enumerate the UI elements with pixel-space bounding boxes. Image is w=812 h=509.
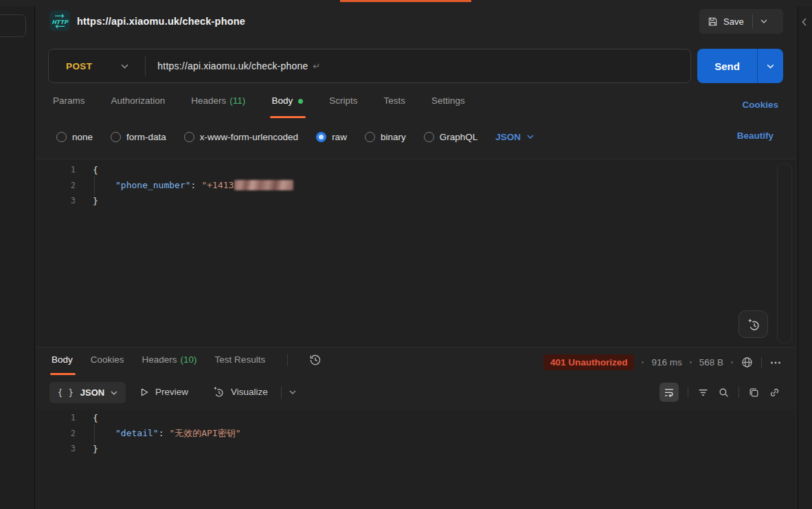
tab-settings[interactable]: Settings	[431, 94, 465, 118]
search-button[interactable]	[718, 387, 730, 398]
radio-checked-icon	[316, 132, 326, 142]
toolbar-divider	[281, 387, 282, 399]
line-number: 1	[36, 413, 76, 422]
raw-format-dropdown[interactable]: JSON	[495, 132, 534, 142]
http-request-icon: HTTP	[49, 10, 70, 31]
globe-icon	[741, 356, 754, 369]
save-button-group: Save	[699, 9, 783, 34]
response-body-editor[interactable]: 1 { 2 "detail":"无效的API密钥" 3 }	[36, 409, 796, 509]
sidebar-collapsed-tab[interactable]	[0, 14, 26, 37]
filter-icon	[697, 387, 709, 398]
search-icon	[718, 387, 730, 398]
tab-authorization[interactable]: Authorization	[111, 94, 166, 118]
cookies-link[interactable]: Cookies	[742, 100, 778, 110]
history-icon	[308, 353, 322, 367]
chevron-down-icon	[111, 391, 117, 395]
chevron-down-icon	[527, 135, 534, 139]
beautify-link[interactable]: Beautify	[737, 131, 774, 141]
response-tab-body[interactable]: Body	[52, 353, 73, 375]
line-number: 3	[36, 196, 76, 205]
copy-icon	[748, 387, 760, 398]
method-selector[interactable]: POST	[66, 61, 92, 71]
response-history-button[interactable]	[308, 353, 322, 367]
visualize-label: Visualize	[231, 387, 268, 397]
postbot-sparkle-icon	[746, 317, 760, 332]
radio-icon	[184, 132, 194, 142]
save-options-button[interactable]	[753, 9, 776, 34]
tab-tests[interactable]: Tests	[383, 94, 405, 118]
api-client-window: HTTP https://api.xiaomu.uk/check-phone S…	[0, 0, 812, 509]
method-chevron-down-icon[interactable]	[121, 64, 128, 69]
response-format-dropdown[interactable]: { } JSON	[49, 382, 126, 403]
filter-button[interactable]	[697, 387, 709, 398]
request-body-editor[interactable]: 1 { 2 "phone_number":"+1413 3 }	[36, 159, 796, 347]
postbot-assistant-button[interactable]	[738, 310, 768, 338]
status-divider	[761, 357, 762, 368]
share-link-button[interactable]	[769, 387, 780, 398]
tab-label: Headers	[191, 94, 226, 108]
collapse-panel-icon[interactable]	[802, 18, 807, 26]
option-label: none	[72, 132, 93, 142]
tab-body[interactable]: Body	[271, 94, 303, 118]
network-info-button[interactable]	[741, 356, 754, 369]
response-tab-headers[interactable]: Headers(10)	[142, 353, 197, 375]
tab-label: Params	[53, 94, 85, 108]
copy-response-button[interactable]	[748, 387, 760, 398]
dot-separator	[642, 361, 644, 363]
code-token: {	[93, 413, 98, 423]
editor-scrollbar-track[interactable]	[777, 163, 792, 344]
body-type-urlencoded[interactable]: x-www-form-urlencoded	[184, 132, 298, 142]
tab-label: Body	[52, 353, 73, 367]
right-sidebar-rail[interactable]	[798, 6, 812, 509]
response-time: 916 ms	[651, 357, 681, 367]
icons-divider	[738, 387, 739, 398]
body-type-raw[interactable]: raw	[316, 132, 347, 142]
more-options-button[interactable]	[769, 357, 782, 369]
body-type-graphql[interactable]: GraphQL	[424, 132, 478, 142]
response-tab-test-results[interactable]: Test Results	[215, 353, 266, 375]
line-number: 3	[36, 444, 76, 453]
radio-icon	[424, 132, 434, 142]
json-separator: :	[191, 180, 196, 190]
left-sidebar-rail[interactable]	[0, 6, 35, 509]
body-type-binary[interactable]: binary	[365, 132, 406, 142]
tab-count: (10)	[181, 353, 197, 367]
json-key: "phone_number"	[115, 180, 191, 190]
option-label: binary	[381, 132, 406, 142]
code-line: 2 "detail":"无效的API密钥"	[36, 426, 796, 442]
enter-key-icon: ↵	[313, 61, 320, 71]
tab-label: Tests	[383, 94, 405, 108]
json-value: "+1413	[201, 180, 234, 190]
redacted-phone-digits	[234, 180, 293, 190]
tab-label: Settings	[431, 94, 465, 108]
braces-icon: { }	[58, 388, 74, 398]
chevron-down-icon	[767, 64, 774, 69]
visualize-button[interactable]: Visualize	[212, 385, 268, 398]
preview-button[interactable]: Preview	[139, 387, 188, 397]
link-icon	[769, 387, 780, 398]
unsaved-changes-dot	[298, 99, 303, 104]
option-label: form-data	[126, 132, 166, 142]
more-options-icon	[769, 357, 782, 369]
send-options-button[interactable]	[758, 64, 783, 69]
code-token: }	[93, 196, 98, 206]
body-type-none[interactable]: none	[56, 132, 93, 142]
response-format-label: JSON	[80, 387, 104, 398]
save-button[interactable]: Save	[699, 9, 752, 34]
url-bar-divider	[145, 56, 146, 76]
tab-params[interactable]: Params	[53, 94, 85, 118]
send-button[interactable]: Send	[697, 60, 757, 72]
option-label: x-www-form-urlencoded	[200, 132, 298, 142]
code-line: 1 {	[36, 162, 796, 178]
tab-count: (11)	[229, 94, 245, 108]
toolbar-more-chevron[interactable]	[289, 390, 296, 394]
wrap-text-button[interactable]	[659, 383, 679, 402]
tab-headers[interactable]: Headers(11)	[191, 94, 245, 118]
body-type-form-data[interactable]: form-data	[111, 132, 166, 142]
tab-scripts[interactable]: Scripts	[329, 94, 357, 118]
url-input[interactable]: https://api.xiaomu.uk/check-phone	[157, 60, 308, 71]
dot-separator	[690, 361, 692, 363]
code-line: 3 }	[36, 441, 796, 457]
response-tab-cookies[interactable]: Cookies	[91, 353, 124, 375]
code-line: 2 "phone_number":"+1413	[36, 178, 796, 194]
